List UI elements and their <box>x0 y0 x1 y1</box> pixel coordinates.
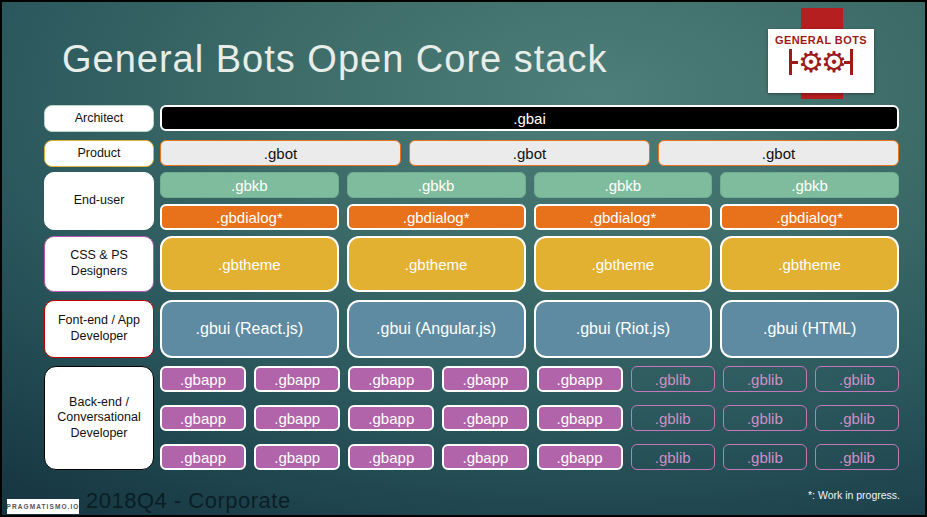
gbapp-box: .gbapp <box>537 366 623 392</box>
work-in-progress-note: *: Work in progress. <box>808 489 900 501</box>
gbapp-box: .gbapp <box>254 444 340 470</box>
gbot-box: .gbot <box>160 140 401 166</box>
gblib-box: .gblib <box>815 366 899 392</box>
slide-caption: 2018Q4 - Corporate <box>86 488 291 514</box>
gbapp-box: .gbapp <box>442 405 528 431</box>
gbapp-box: .gbapp <box>160 366 246 392</box>
gbapp-box: .gbapp <box>254 405 340 431</box>
row-gbdialog: .gbdialog* .gbdialog* .gbdialog* .gbdial… <box>160 204 899 230</box>
gblib-box: .gblib <box>723 405 807 431</box>
gbai-box: .gbai <box>160 105 899 131</box>
gbkb-box: .gbkb <box>347 172 526 198</box>
row-gbapp-3: .gbapp .gbapp .gbapp .gbapp .gbapp .gbli… <box>160 444 899 470</box>
gbtheme-box: .gbtheme <box>160 236 339 292</box>
gblib-box: .gblib <box>631 366 715 392</box>
gbdialog-box: .gbdialog* <box>160 204 339 230</box>
gbdialog-box: .gbdialog* <box>347 204 526 230</box>
gear-icon: ⚙ <box>798 47 821 77</box>
gbapp-box: .gbapp <box>348 405 434 431</box>
gbapp-box: .gbapp <box>160 405 246 431</box>
gblib-box: .gblib <box>723 366 807 392</box>
sidebar-label-architect: Architect <box>44 105 154 132</box>
sidebar-label-frontend-developer: Font-end / App Developer <box>44 300 154 358</box>
gbot-box: .gbot <box>658 140 899 166</box>
gbot-box: .gbot <box>409 140 650 166</box>
gblib-box: .gblib <box>815 444 899 470</box>
gbapp-box: .gbapp <box>442 444 528 470</box>
gbui-react-box: .gbui (React.js) <box>160 300 339 358</box>
page-title: General Bots Open Core stack <box>62 38 607 81</box>
row-gbapp-2: .gbapp .gbapp .gbapp .gbapp .gbapp .gbli… <box>160 405 899 431</box>
gbapp-box: .gbapp <box>442 366 528 392</box>
row-gbtheme: .gbtheme .gbtheme .gbtheme .gbtheme <box>160 236 899 292</box>
gbkb-box: .gbkb <box>534 172 713 198</box>
row-gbkb: .gbkb .gbkb .gbkb .gbkb <box>160 172 899 198</box>
row-gbot: .gbot .gbot .gbot <box>160 140 899 166</box>
row-gbui: .gbui (React.js) .gbui (Angular.js) .gbu… <box>160 300 899 358</box>
gbtheme-box: .gbtheme <box>347 236 526 292</box>
sidebar-label-designers: CSS & PS Designers <box>44 236 154 292</box>
gbapp-box: .gbapp <box>348 366 434 392</box>
gear-icon: ⚙ <box>821 47 844 77</box>
sidebar-label-end-user: End-user <box>44 172 154 230</box>
gbui-angular-box: .gbui (Angular.js) <box>347 300 526 358</box>
gbdialog-box: .gbdialog* <box>720 204 899 230</box>
row-gbai: .gbai <box>160 105 899 131</box>
gbui-html-box: .gbui (HTML) <box>720 300 899 358</box>
gblib-box: .gblib <box>723 444 807 470</box>
gbapp-box: .gbapp <box>537 405 623 431</box>
gblib-box: .gblib <box>631 444 715 470</box>
gear-endbar-icon <box>850 49 853 75</box>
gbapp-box: .gbapp <box>160 444 246 470</box>
row-gbapp-1: .gbapp .gbapp .gbapp .gbapp .gbapp .gbli… <box>160 366 899 392</box>
gbui-riot-box: .gbui (Riot.js) <box>534 300 713 358</box>
gblib-box: .gblib <box>631 405 715 431</box>
gblib-box: .gblib <box>815 405 899 431</box>
gbkb-box: .gbkb <box>160 172 339 198</box>
pragmatismo-logo: PRAGMATISMO.IO <box>7 499 79 514</box>
gbapp-box: .gbapp <box>537 444 623 470</box>
gbapp-box: .gbapp <box>348 444 434 470</box>
gbtheme-box: .gbtheme <box>534 236 713 292</box>
sidebar-label-product: Product <box>44 140 154 167</box>
gbtheme-box: .gbtheme <box>720 236 899 292</box>
sidebar-label-backend-developer: Back-end / Conversational Developer <box>44 366 154 470</box>
gbapp-box: .gbapp <box>254 366 340 392</box>
gears-icon: ⚙⚙ <box>789 47 853 77</box>
slide: General Bots Open Core stack GENERAL BOT… <box>0 0 927 517</box>
general-bots-logo: GENERAL BOTS ⚙⚙ <box>768 29 874 93</box>
gbkb-box: .gbkb <box>720 172 899 198</box>
gbdialog-box: .gbdialog* <box>534 204 713 230</box>
